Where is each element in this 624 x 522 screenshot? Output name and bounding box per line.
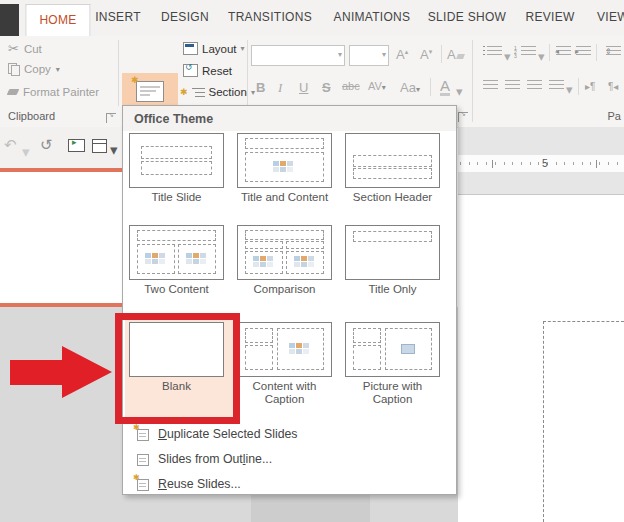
layout-option-title-only[interactable]: Title Only	[345, 225, 440, 296]
tab-design[interactable]: DESIGN	[161, 10, 209, 24]
tab-slide-show[interactable]: SLIDE SHOW	[428, 10, 506, 24]
layout-option-content-with-caption[interactable]: Content with Caption	[237, 322, 332, 406]
chevron-down-icon[interactable]: ▾	[566, 82, 573, 97]
text-direction-button[interactable]: ▸¶	[585, 81, 595, 92]
layout-option-section-header[interactable]: Section Header	[345, 133, 440, 204]
shadow-button[interactable]: S	[322, 80, 331, 95]
redo-icon[interactable]: ↺	[40, 136, 53, 154]
sparkle-icon: ✱	[180, 88, 188, 97]
layout-option-two-content[interactable]: Two Content	[129, 225, 224, 296]
layout-option-title-slide[interactable]: Title Slide	[129, 133, 224, 204]
tab-review[interactable]: REVIEW	[525, 10, 574, 24]
content-icons	[273, 161, 295, 173]
chevron-down-icon[interactable]: ▾	[456, 84, 463, 99]
annotation-red-arrow-head	[62, 346, 112, 398]
menu-item-reuse-slides[interactable]: ✱Reuse Slides...	[123, 471, 458, 496]
chevron-down-icon[interactable]: ▾	[22, 143, 30, 161]
chevron-down-icon: ▾	[241, 44, 245, 53]
tab-transitions[interactable]: TRANSITIONS	[228, 10, 312, 24]
layout-label: Two Content	[129, 283, 224, 296]
slides-panel[interactable]	[0, 172, 122, 303]
numbering-button[interactable]	[521, 46, 536, 57]
layout-label: Title Slide	[129, 191, 224, 204]
start-slideshow-icon[interactable]	[68, 139, 85, 152]
group-separator	[118, 40, 119, 106]
content-icons	[186, 253, 208, 265]
align-left-button[interactable]	[483, 80, 498, 91]
underline-button[interactable]: U	[299, 80, 308, 95]
copy-icon	[8, 63, 19, 75]
slide-canvas[interactable]	[458, 195, 624, 522]
clipboard-group-label: Clipboard	[8, 110, 55, 122]
menu-item-label: Slides from Outline...	[158, 452, 272, 466]
layout-thumbnail	[237, 322, 332, 377]
layout-label: Title and Content	[237, 191, 332, 204]
clipboard-dialog-launcher[interactable]	[106, 113, 116, 123]
tab-view[interactable]: VIEW	[597, 10, 624, 24]
layout-option-comparison[interactable]: Comparison	[237, 225, 332, 296]
annotation-red-arrow	[10, 360, 64, 385]
menu-item-duplicate-selected-slides[interactable]: ✱Duplicate Selected Slides	[123, 421, 458, 446]
change-case-button[interactable]: Aa▾	[400, 80, 420, 95]
scissors-icon: ✂	[8, 41, 19, 56]
section-icon	[192, 87, 205, 98]
undo-icon[interactable]: ↶	[4, 136, 17, 154]
layout-button[interactable]: Layout ▾	[183, 42, 245, 55]
layout-option-title-and-content[interactable]: Title and Content	[237, 133, 332, 204]
chevron-down-icon[interactable]: ▾	[538, 49, 545, 64]
layout-thumbnail	[237, 225, 332, 280]
office-theme-header: Office Theme	[123, 106, 456, 131]
picture-icon	[401, 344, 415, 354]
cut-button[interactable]: ✂ Cut	[8, 41, 42, 56]
strikethrough-button[interactable]: abc	[342, 80, 360, 92]
tab-insert[interactable]: INSERT	[95, 10, 141, 24]
layout-thumbnail	[129, 225, 224, 280]
font-color-button[interactable]: A	[440, 78, 450, 96]
menu-item-slides-from-outline[interactable]: Slides from Outline...	[123, 446, 458, 471]
layout-thumbnail	[345, 322, 440, 377]
chevron-down-icon[interactable]: ▾	[504, 49, 511, 64]
mini-separator	[430, 78, 431, 96]
layout-option-picture-with-caption[interactable]: Picture with Caption	[345, 322, 440, 406]
line-spacing-button[interactable]: ⇕	[606, 46, 621, 57]
increase-indent-button[interactable]: ▸	[576, 46, 591, 57]
tab-home[interactable]: HOME	[25, 4, 90, 36]
format-painter-button[interactable]: Format Painter	[8, 86, 99, 98]
table-grid-icon[interactable]	[92, 139, 107, 153]
character-spacing-button[interactable]: AV▾	[368, 80, 386, 92]
reset-button[interactable]: Reset	[183, 64, 232, 77]
shrink-font-button[interactable]: A	[420, 47, 432, 62]
mini-separator	[596, 44, 597, 61]
section-button[interactable]: ✱ Section ▾	[180, 86, 255, 98]
menu-item-label: Reuse Slides...	[158, 477, 241, 491]
clear-formatting-button[interactable]: A	[447, 47, 464, 62]
bullets-button[interactable]	[487, 46, 502, 57]
quick-access-toolbar: ↶ ▾ ↺ ▾	[0, 127, 122, 168]
align-text-button[interactable]: ¶◂	[608, 81, 618, 92]
justify-button[interactable]	[549, 80, 564, 91]
layout-thumbnail	[345, 225, 440, 280]
sparkle-icon: ✱	[131, 76, 139, 85]
chevron-down-icon: ▾	[382, 83, 386, 92]
workspace-margin	[458, 172, 624, 195]
font-name-combo[interactable]: ▾	[251, 45, 345, 66]
content-icons	[253, 256, 275, 268]
content-icons	[145, 253, 167, 265]
font-dialog-launcher[interactable]	[458, 112, 468, 122]
grow-font-button[interactable]: A	[396, 47, 408, 62]
layout-icon	[183, 42, 198, 55]
workspace-margin	[458, 127, 624, 155]
file-tab-stub[interactable]	[0, 4, 19, 36]
content-icons	[289, 343, 311, 355]
bold-button[interactable]: B	[256, 80, 265, 95]
align-right-button[interactable]	[527, 80, 542, 91]
copy-button[interactable]: Copy ▾	[8, 63, 60, 75]
mini-separator	[441, 45, 442, 63]
align-center-button[interactable]	[505, 80, 520, 91]
chevron-down-icon[interactable]: ▾	[110, 141, 118, 159]
new-slide-icon: ✱	[136, 81, 164, 102]
italic-button[interactable]: I	[278, 80, 282, 96]
font-size-combo[interactable]: ▾	[349, 45, 389, 66]
decrease-indent-button[interactable]: ◂	[556, 46, 571, 57]
tab-animations[interactable]: ANIMATIONS	[334, 10, 411, 24]
